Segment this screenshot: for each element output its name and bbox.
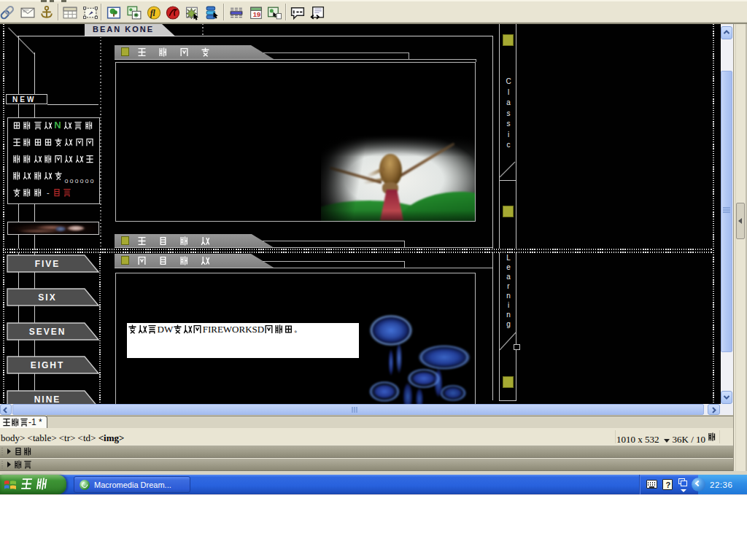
svg-text:19: 19 bbox=[253, 10, 260, 18]
svg-text:fl: fl bbox=[150, 9, 156, 18]
